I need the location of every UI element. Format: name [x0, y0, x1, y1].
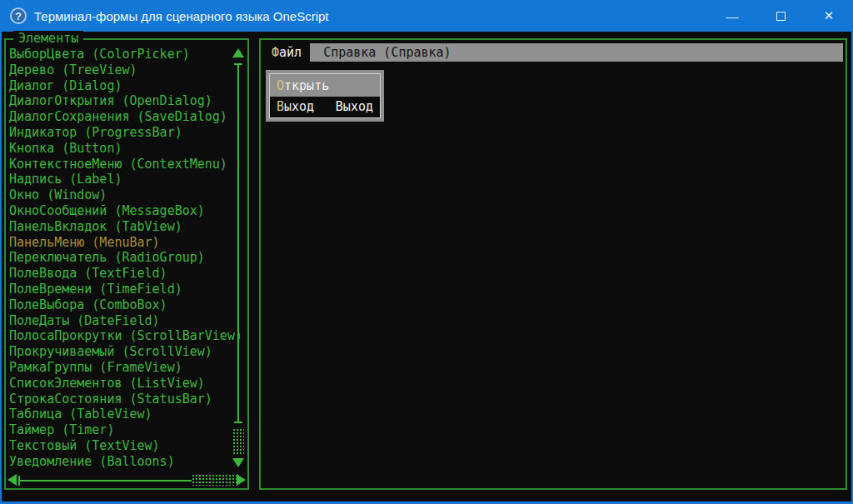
titlebar: ? Терминал-формы для сценарного языка On… — [0, 0, 853, 32]
help-icon-glyph: ? — [15, 11, 22, 22]
list-item[interactable]: Кнопка (Button) — [9, 141, 234, 157]
elements-list: ВыборЦвета (ColorPicker)Дерево (TreeView… — [9, 47, 234, 470]
list-item[interactable]: ПолеВремени (TimeField) — [9, 282, 234, 297]
horizontal-scroll-track[interactable] — [18, 480, 192, 482]
menubar-item[interactable]: Файл — [263, 43, 310, 62]
list-item[interactable]: СписокЭлементов (ListView) — [9, 376, 234, 392]
window-controls: — ✕ — [708, 0, 853, 32]
list-item[interactable]: Окно (Window) — [9, 187, 234, 203]
menu-option-label: Выход — [277, 97, 314, 117]
list-item[interactable]: ДиалогОткрытия (OpenDialog) — [9, 93, 234, 109]
menu-hotkey: Ф — [272, 45, 279, 60]
list-item[interactable]: Диалог (Dialog) — [9, 78, 234, 94]
terminal-area: Элементы ВыборЦвета (ColorPicker)Дерево … — [0, 32, 853, 502]
list-item[interactable]: Текстовый (TextView) — [9, 438, 234, 454]
list-item[interactable]: ДиалогСохранения (SaveDialog) — [9, 109, 234, 125]
list-item[interactable]: Таблица (TableView) — [9, 407, 234, 422]
menu-option-label: Открыть — [277, 76, 329, 97]
list-item[interactable]: ПолеДаты (DateField) — [9, 313, 234, 329]
list-item[interactable]: Надпись (Label) — [9, 172, 234, 187]
menu-hotkey: О — [277, 78, 284, 93]
list-item[interactable]: РамкаГруппы (FrameView) — [9, 360, 234, 376]
list-item[interactable]: ПолосаПрокрутки (ScrollBarView) — [9, 328, 234, 344]
list-item[interactable]: Переключатель (RadioGroup) — [9, 250, 234, 266]
list-item[interactable]: Таймер (Timer) — [9, 422, 234, 438]
list-item[interactable]: ВыборЦвета (ColorPicker) — [9, 47, 234, 62]
horizontal-scroll-thumb[interactable] — [192, 474, 237, 486]
scroll-right-icon[interactable] — [237, 474, 246, 486]
file-menu-dropdown: ОткрытьВыходВыход — [266, 70, 384, 122]
scroll-down-icon[interactable] — [232, 458, 244, 467]
list-item[interactable]: КонтекстноеМеню (ContextMenu) — [9, 157, 234, 172]
elements-panel-title: Элементы — [13, 31, 83, 46]
app-window: ? Терминал-формы для сценарного языка On… — [0, 0, 853, 504]
list-item[interactable]: ПанельВкладок (TabView) — [9, 219, 234, 235]
help-icon: ? — [10, 7, 27, 24]
list-item[interactable]: СтрокаСостояния (StatusBar) — [9, 392, 234, 407]
vertical-scrollbar[interactable] — [232, 47, 245, 472]
list-item[interactable]: ПанельМеню (MenuBar) — [9, 235, 234, 251]
list-item[interactable]: ОкноСообщений (MessageBox) — [9, 203, 234, 219]
list-item[interactable]: Дерево (TreeView) — [9, 62, 234, 78]
list-item[interactable]: ПолеВыбора (ComboBox) — [9, 297, 234, 313]
maximize-button[interactable] — [756, 0, 805, 32]
list-item[interactable]: Уведомление (Balloons) — [9, 454, 234, 470]
menu-option[interactable]: ВыходВыход — [270, 97, 380, 117]
menu-option-shortcut: Выход — [336, 97, 373, 117]
maximize-icon — [776, 12, 786, 21]
list-item[interactable]: ПолеВвода (TextField) — [9, 266, 234, 282]
window-title: Терминал-формы для сценарного языка OneS… — [34, 9, 329, 23]
menubar-item[interactable]: Справка (Справка) — [315, 43, 460, 62]
horizontal-scrollbar[interactable] — [7, 473, 246, 487]
list-item[interactable]: Прокручиваемый (ScrollView) — [9, 344, 234, 360]
minimize-button[interactable]: — — [708, 0, 756, 32]
menubar: ФайлСправка (Справка) — [263, 43, 843, 62]
close-button[interactable]: ✕ — [805, 0, 853, 32]
vertical-scroll-thumb[interactable] — [232, 428, 244, 455]
scroll-up-icon[interactable] — [232, 48, 244, 57]
menu-hotkey: В — [277, 99, 284, 114]
elements-panel: Элементы ВыборЦвета (ColorPicker)Дерево … — [4, 38, 249, 490]
vertical-scroll-track[interactable] — [237, 63, 239, 423]
file-menu-items: ОткрытьВыходВыход — [269, 73, 381, 118]
menu-option[interactable]: Открыть — [270, 76, 380, 97]
minimize-icon: — — [726, 9, 739, 23]
main-panel: ФайлСправка (Справка) ОткрытьВыходВыход — [259, 38, 847, 490]
close-icon: ✕ — [824, 8, 835, 23]
scroll-left-icon[interactable] — [7, 474, 17, 486]
list-item[interactable]: Индикатор (ProgressBar) — [9, 125, 234, 141]
